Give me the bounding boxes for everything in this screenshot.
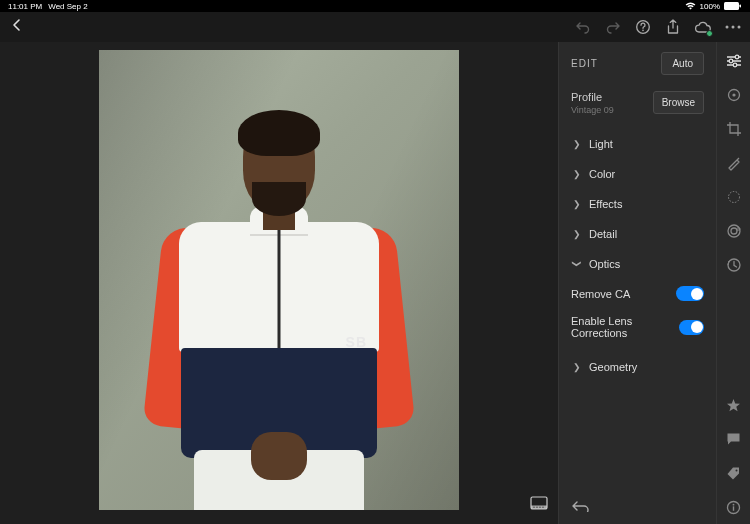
masking-icon[interactable] bbox=[725, 188, 743, 206]
svg-point-6 bbox=[738, 26, 741, 29]
versions-icon[interactable] bbox=[725, 256, 743, 274]
redo-button[interactable] bbox=[604, 18, 622, 36]
chevron-right-icon: ❯ bbox=[571, 362, 583, 372]
top-bar bbox=[0, 12, 750, 42]
revert-button[interactable] bbox=[571, 500, 589, 514]
chevron-right-icon: ❯ bbox=[571, 229, 583, 239]
section-optics-label: Optics bbox=[589, 258, 620, 270]
chevron-right-icon: ❯ bbox=[571, 139, 583, 149]
crop-icon[interactable] bbox=[725, 120, 743, 138]
svg-point-4 bbox=[726, 26, 729, 29]
chevron-right-icon: ❯ bbox=[571, 199, 583, 209]
svg-point-14 bbox=[729, 59, 733, 63]
profile-value: Vintage 09 bbox=[571, 105, 614, 115]
undo-button[interactable] bbox=[574, 18, 592, 36]
svg-point-11 bbox=[539, 507, 540, 508]
auto-button[interactable]: Auto bbox=[661, 52, 704, 75]
profile-label: Profile bbox=[571, 91, 614, 103]
image-canvas[interactable]: SB bbox=[0, 42, 558, 524]
remove-ca-label: Remove CA bbox=[571, 288, 630, 300]
svg-point-19 bbox=[728, 225, 740, 237]
section-color-label: Color bbox=[589, 168, 615, 180]
svg-point-12 bbox=[542, 507, 543, 508]
cloud-sync-icon[interactable] bbox=[694, 18, 712, 36]
section-detail-label: Detail bbox=[589, 228, 617, 240]
status-time: 11:01 PM bbox=[8, 2, 42, 11]
svg-point-17 bbox=[732, 93, 735, 96]
svg-rect-1 bbox=[740, 5, 742, 8]
wifi-icon bbox=[685, 2, 696, 10]
svg-point-10 bbox=[536, 507, 537, 508]
jacket-brand-text: SB bbox=[346, 334, 367, 350]
lens-corrections-toggle[interactable] bbox=[679, 320, 704, 335]
section-effects-label: Effects bbox=[589, 198, 622, 210]
status-date: Wed Sep 2 bbox=[48, 2, 87, 11]
panel-title: EDIT bbox=[571, 58, 598, 69]
edit-panel: EDIT Auto Profile Vintage 09 Browse ❯Lig… bbox=[558, 42, 716, 524]
svg-point-18 bbox=[728, 192, 739, 203]
svg-point-15 bbox=[733, 63, 737, 67]
battery-percent: 100% bbox=[700, 2, 720, 11]
svg-rect-25 bbox=[733, 506, 734, 511]
target-icon[interactable] bbox=[725, 86, 743, 104]
svg-point-9 bbox=[533, 507, 534, 508]
healing-brush-icon[interactable] bbox=[725, 154, 743, 172]
chevron-down-icon: ❯ bbox=[572, 258, 582, 270]
battery-icon bbox=[724, 2, 742, 10]
section-detail[interactable]: ❯Detail bbox=[571, 219, 704, 249]
browse-button[interactable]: Browse bbox=[653, 91, 704, 114]
section-effects[interactable]: ❯Effects bbox=[571, 189, 704, 219]
info-icon[interactable] bbox=[725, 498, 743, 516]
section-geometry-label: Geometry bbox=[589, 361, 637, 373]
section-color[interactable]: ❯Color bbox=[571, 159, 704, 189]
svg-rect-8 bbox=[531, 506, 547, 510]
svg-point-22 bbox=[736, 469, 738, 471]
adjust-sliders-icon[interactable] bbox=[725, 52, 743, 70]
svg-point-20 bbox=[731, 228, 737, 234]
help-icon[interactable] bbox=[634, 18, 652, 36]
section-light[interactable]: ❯Light bbox=[571, 129, 704, 159]
tool-rail bbox=[716, 42, 750, 524]
svg-point-24 bbox=[733, 503, 735, 505]
svg-point-3 bbox=[642, 30, 644, 32]
svg-rect-0 bbox=[724, 2, 739, 10]
edited-photo: SB bbox=[99, 50, 459, 510]
presets-icon[interactable] bbox=[725, 222, 743, 240]
section-light-label: Light bbox=[589, 138, 613, 150]
lens-corrections-label: Enable Lens Corrections bbox=[571, 315, 679, 339]
chevron-right-icon: ❯ bbox=[571, 169, 583, 179]
svg-point-5 bbox=[732, 26, 735, 29]
back-button[interactable] bbox=[6, 14, 28, 40]
remove-ca-toggle[interactable] bbox=[676, 286, 704, 301]
filmstrip-toggle-icon[interactable] bbox=[530, 496, 548, 514]
share-icon[interactable] bbox=[664, 18, 682, 36]
section-optics[interactable]: ❯Optics bbox=[571, 249, 704, 279]
more-icon[interactable] bbox=[724, 18, 742, 36]
section-geometry[interactable]: ❯Geometry bbox=[571, 352, 704, 382]
keywords-icon[interactable] bbox=[725, 464, 743, 482]
comments-icon[interactable] bbox=[725, 430, 743, 448]
status-bar: 11:01 PM Wed Sep 2 100% bbox=[0, 0, 750, 12]
star-icon[interactable] bbox=[725, 396, 743, 414]
svg-point-13 bbox=[735, 55, 739, 59]
